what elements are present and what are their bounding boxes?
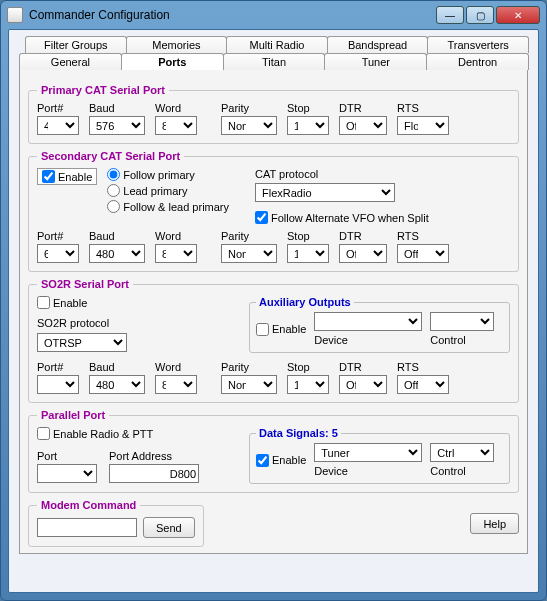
radio-follow-primary[interactable]: Follow primary [107, 168, 229, 181]
secondary-parity[interactable]: None [221, 244, 277, 263]
secondary-word[interactable]: 8 [155, 244, 197, 263]
radio-lead-primary[interactable]: Lead primary [107, 184, 229, 197]
secondary-enable[interactable]: Enable [37, 168, 97, 185]
legend-secondary-cat: Secondary CAT Serial Port [37, 150, 184, 162]
legend-aux-outputs: Auxiliary Outputs [256, 296, 354, 308]
primary-port[interactable]: 4 [37, 116, 79, 135]
legend-primary-cat: Primary CAT Serial Port [37, 84, 169, 96]
secondary-follow-alt-checkbox[interactable] [255, 211, 268, 224]
lbl-parity: Parity [221, 102, 277, 114]
aux-enable[interactable]: Enable [256, 323, 306, 336]
group-so2r: SO2R Serial Port Enable SO2R protocol OT… [28, 278, 519, 403]
window-title: Commander Configuration [29, 8, 436, 22]
tab-bandspread[interactable]: Bandspread [327, 36, 429, 53]
lbl-ds-control: Control [430, 465, 494, 477]
primary-parity[interactable]: None [221, 116, 277, 135]
so2r-enable-checkbox[interactable] [37, 296, 50, 309]
tab-row-2: General Ports Titan Tuner Dentron [19, 53, 528, 70]
secondary-rts[interactable]: Off [397, 244, 449, 263]
ds-device[interactable]: Tuner [314, 443, 422, 462]
lbl-port: Port# [37, 102, 79, 114]
tab-dentron[interactable]: Dentron [426, 53, 529, 70]
so2r-word[interactable]: 8 [155, 375, 197, 394]
group-primary-cat: Primary CAT Serial Port Port# 4 Baud 576… [28, 84, 519, 144]
legend-parallel: Parallel Port [37, 409, 109, 421]
tab-filter-groups[interactable]: Filter Groups [25, 36, 127, 53]
tab-general[interactable]: General [19, 53, 122, 70]
so2r-dtr[interactable]: Off [339, 375, 387, 394]
tab-titan[interactable]: Titan [223, 53, 326, 70]
aux-control[interactable] [430, 312, 494, 331]
help-button[interactable]: Help [470, 513, 519, 534]
group-modem: Modem Command Send [28, 499, 204, 547]
lbl-word: Word [155, 102, 197, 114]
tab-memories[interactable]: Memories [126, 36, 228, 53]
lbl-baud: Baud [89, 102, 145, 114]
so2r-parity[interactable]: None [221, 375, 277, 394]
group-parallel: Parallel Port Enable Radio & PTT Port Po… [28, 409, 519, 493]
secondary-enable-checkbox[interactable] [42, 170, 55, 183]
tab-page-ports: Primary CAT Serial Port Port# 4 Baud 576… [19, 69, 528, 554]
ds-control[interactable]: Ctrl [430, 443, 494, 462]
primary-stop[interactable]: 1 [287, 116, 329, 135]
lbl-parallel-port: Port [37, 450, 97, 462]
radio-follow-lead-primary[interactable]: Follow & lead primary [107, 200, 229, 213]
group-aux-outputs: Auxiliary Outputs Enable Device Control [249, 296, 510, 353]
minimize-button[interactable]: — [436, 6, 464, 24]
group-data-signals: Data Signals: 5 Enable Tuner Device Ctrl… [249, 427, 510, 484]
lbl-cat-protocol: CAT protocol [255, 168, 429, 180]
legend-modem: Modem Command [37, 499, 140, 511]
so2r-rts[interactable]: Off [397, 375, 449, 394]
tab-ports[interactable]: Ports [121, 53, 224, 70]
parallel-enable-checkbox[interactable] [37, 427, 50, 440]
secondary-follow-alt-vfo[interactable]: Follow Alternate VFO when Split [255, 211, 429, 224]
client-area: Filter Groups Memories Multi Radio Bands… [8, 29, 539, 593]
parallel-addr[interactable] [109, 464, 199, 483]
secondary-cat-protocol[interactable]: FlexRadio [255, 183, 395, 202]
tab-transverters[interactable]: Transverters [427, 36, 529, 53]
parallel-enable[interactable]: Enable Radio & PTT [37, 427, 153, 440]
modem-command-input[interactable] [37, 518, 137, 537]
secondary-baud[interactable]: 4800 [89, 244, 145, 263]
ds-enable[interactable]: Enable [256, 454, 306, 467]
tab-row-1: Filter Groups Memories Multi Radio Bands… [25, 36, 528, 53]
legend-so2r: SO2R Serial Port [37, 278, 133, 290]
lbl-rts: RTS [397, 102, 449, 114]
primary-dtr[interactable]: Off [339, 116, 387, 135]
so2r-protocol[interactable]: OTRSP [37, 333, 127, 352]
so2r-stop[interactable]: 1 [287, 375, 329, 394]
app-icon [7, 7, 23, 23]
parallel-port[interactable] [37, 464, 97, 483]
secondary-port[interactable]: 6 [37, 244, 79, 263]
primary-word[interactable]: 8 [155, 116, 197, 135]
window: Commander Configuration — ▢ ✕ Filter Gro… [0, 0, 547, 601]
so2r-baud[interactable]: 4800 [89, 375, 145, 394]
primary-rts[interactable]: Flow [397, 116, 449, 135]
lbl-parallel-addr: Port Address [109, 450, 199, 462]
lbl-so2r-protocol: SO2R protocol [37, 317, 237, 329]
ds-enable-checkbox[interactable] [256, 454, 269, 467]
aux-enable-checkbox[interactable] [256, 323, 269, 336]
tab-tuner[interactable]: Tuner [324, 53, 427, 70]
primary-baud[interactable]: 57600 [89, 116, 145, 135]
group-secondary-cat: Secondary CAT Serial Port Enable Follow … [28, 150, 519, 272]
lbl-aux-device: Device [314, 334, 422, 346]
tab-multi-radio[interactable]: Multi Radio [226, 36, 328, 53]
close-button[interactable]: ✕ [496, 6, 540, 24]
lbl-aux-control: Control [430, 334, 494, 346]
so2r-enable[interactable]: Enable [37, 296, 237, 309]
legend-data-signals: Data Signals: 5 [256, 427, 341, 439]
so2r-port[interactable] [37, 375, 79, 394]
secondary-stop[interactable]: 1 [287, 244, 329, 263]
lbl-ds-device: Device [314, 465, 422, 477]
titlebar: Commander Configuration — ▢ ✕ [1, 1, 546, 29]
lbl-dtr: DTR [339, 102, 387, 114]
lbl-stop: Stop [287, 102, 329, 114]
maximize-button[interactable]: ▢ [466, 6, 494, 24]
send-button[interactable]: Send [143, 517, 195, 538]
secondary-dtr[interactable]: Off [339, 244, 387, 263]
aux-device[interactable] [314, 312, 422, 331]
